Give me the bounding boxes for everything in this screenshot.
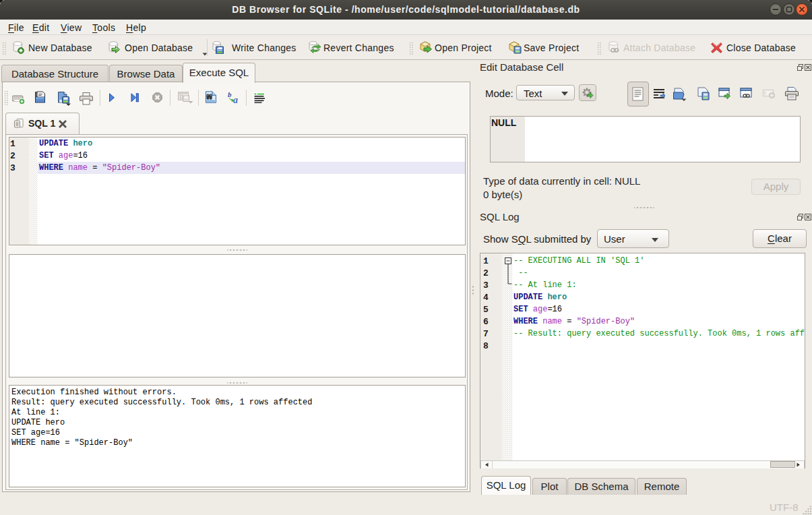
svg-text:a: a [233,95,238,104]
svg-text:b: b [228,91,232,98]
